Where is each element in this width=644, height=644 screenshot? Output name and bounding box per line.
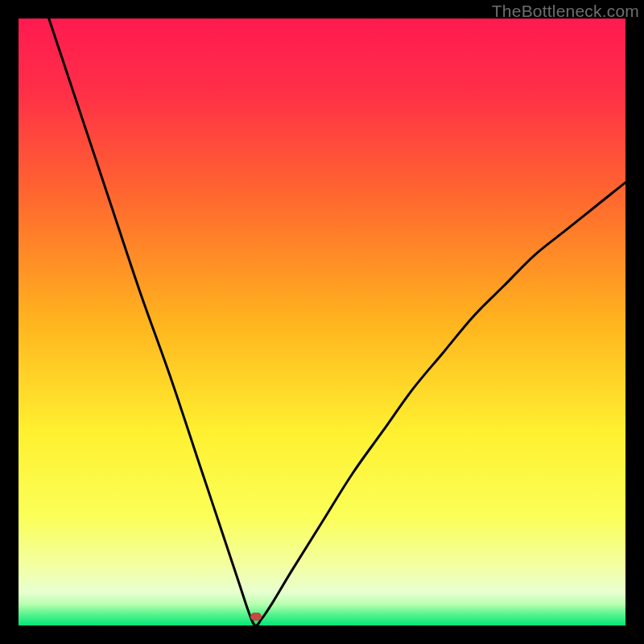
watermark: TheBottleneck.com <box>492 2 639 21</box>
plot-area <box>19 19 625 625</box>
optimum-marker <box>250 613 262 621</box>
bottleneck-curve <box>19 19 625 625</box>
